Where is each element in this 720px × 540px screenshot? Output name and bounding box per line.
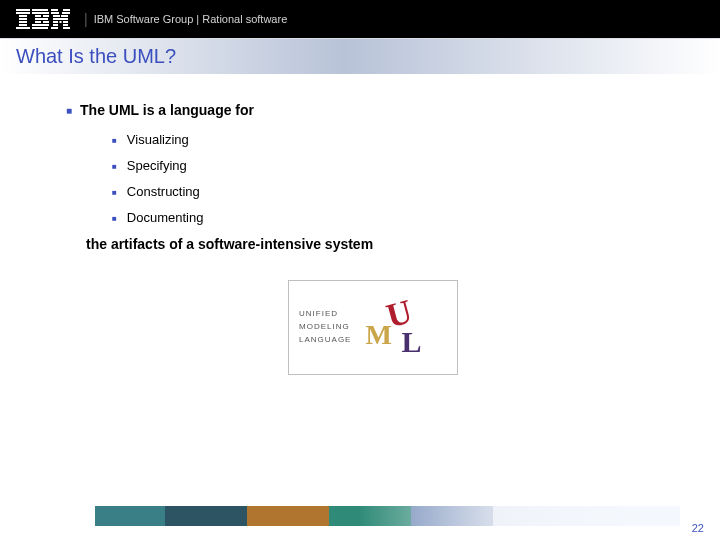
svg-rect-17	[63, 9, 70, 11]
page-number: 22	[692, 522, 704, 534]
svg-rect-10	[43, 15, 49, 17]
square-bullet-icon: ■	[66, 105, 72, 116]
bullet-text: Visualizing	[127, 132, 189, 147]
svg-rect-24	[60, 21, 62, 23]
intro-line: ■The UML is a language for	[66, 102, 680, 118]
intro-text: The UML is a language for	[80, 102, 254, 118]
title-band: What Is the UML?	[0, 38, 720, 74]
svg-rect-20	[53, 15, 60, 17]
list-item: ■Documenting	[112, 210, 680, 225]
svg-rect-16	[51, 9, 58, 11]
outro-line: the artifacts of a software-intensive sy…	[66, 236, 680, 252]
square-bullet-icon: ■	[112, 136, 117, 145]
svg-rect-6	[16, 27, 30, 29]
svg-rect-3	[19, 18, 27, 20]
uml-m-icon: M	[365, 319, 391, 351]
page-title: What Is the UML?	[16, 45, 176, 68]
uml-text-line: UNIFIED	[299, 308, 351, 321]
svg-rect-11	[35, 18, 48, 20]
uml-logo: UNIFIED MODELING LANGUAGE U M L	[288, 280, 458, 375]
svg-rect-18	[51, 12, 59, 14]
svg-rect-12	[35, 21, 41, 23]
footer: 22	[0, 506, 720, 528]
svg-rect-27	[63, 24, 68, 26]
svg-rect-1	[16, 12, 30, 14]
square-bullet-icon: ■	[112, 188, 117, 197]
slide-content: ■The UML is a language for ■Visualizing …	[0, 74, 720, 375]
svg-rect-28	[51, 27, 58, 29]
svg-rect-26	[53, 24, 58, 26]
ibm-logo	[16, 9, 70, 29]
bullet-text: Specifying	[127, 158, 187, 173]
svg-rect-14	[32, 24, 49, 26]
uml-logo-text: UNIFIED MODELING LANGUAGE	[299, 308, 351, 346]
uml-glyph-icon: U M L	[359, 293, 429, 363]
header-divider: |	[84, 11, 88, 27]
list-item: ■Constructing	[112, 184, 680, 199]
svg-rect-22	[53, 18, 68, 20]
list-item: ■Specifying	[112, 158, 680, 173]
svg-rect-7	[32, 9, 48, 11]
svg-rect-21	[61, 15, 68, 17]
svg-rect-5	[19, 24, 27, 26]
svg-rect-13	[43, 21, 49, 23]
svg-rect-15	[32, 27, 48, 29]
bullet-text: Constructing	[127, 184, 200, 199]
uml-text-line: LANGUAGE	[299, 334, 351, 347]
svg-rect-9	[35, 15, 41, 17]
footer-decorative-strip	[95, 506, 680, 526]
header-bar: | IBM Software Group | Rational software	[0, 0, 720, 38]
header-group-text: IBM Software Group | Rational software	[94, 13, 288, 25]
list-item: ■Visualizing	[112, 132, 680, 147]
uml-l-icon: L	[401, 325, 421, 359]
square-bullet-icon: ■	[112, 162, 117, 171]
svg-rect-23	[53, 21, 58, 23]
square-bullet-icon: ■	[112, 214, 117, 223]
svg-rect-29	[63, 27, 70, 29]
svg-rect-2	[19, 15, 27, 17]
svg-rect-8	[32, 12, 49, 14]
svg-rect-25	[63, 21, 68, 23]
bullet-list: ■Visualizing ■Specifying ■Constructing ■…	[66, 132, 680, 225]
svg-rect-0	[16, 9, 30, 11]
svg-rect-19	[62, 12, 70, 14]
uml-text-line: MODELING	[299, 321, 351, 334]
svg-rect-4	[19, 21, 27, 23]
bullet-text: Documenting	[127, 210, 204, 225]
